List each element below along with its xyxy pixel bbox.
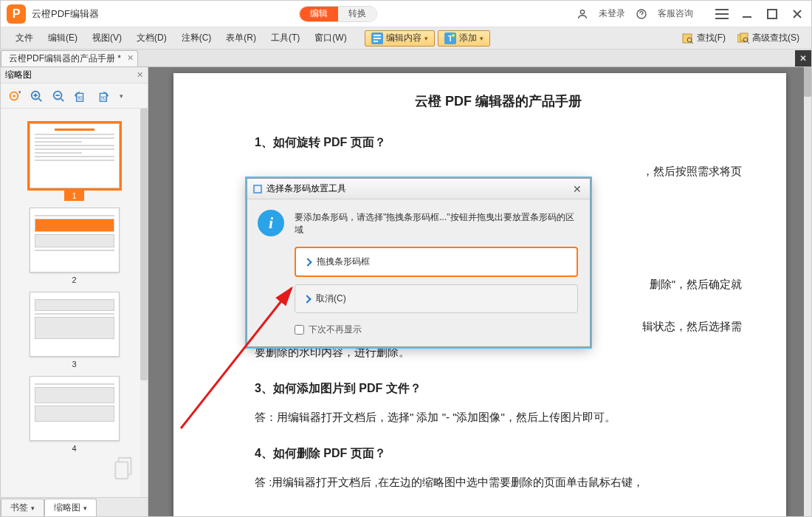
rotate-cw-button[interactable]: 90 [92,86,113,106]
caret-down-icon: ▾ [83,504,87,512]
doc-text: 答：用编辑器打开文档后，选择" 添加 "- "添加图像"，然后上传图片即可。 [255,407,742,427]
doc-text: 答 :用编辑器打开文档后 ,在左边的缩略图中选中需要删除的页面单击鼠标右键， [255,472,742,492]
svg-rect-25 [115,462,128,479]
menu-file[interactable]: 文件 [8,32,41,44]
doc-heading: 1、如何旋转 PDF 页面？ [255,132,742,154]
thumbnail-preview [30,208,120,273]
sidebar-tab-bookmark[interactable]: 书签▾ [1,499,44,516]
thumbnail-label: 2 [64,275,83,285]
add-label: 添加 [459,32,477,44]
svg-text:90: 90 [100,95,106,100]
dont-show-checkbox[interactable] [295,325,304,335]
chevron-right-icon [303,295,311,303]
menu-comment[interactable]: 注释(C) [174,32,219,44]
sidebar-tab-label: 书签 [10,502,28,513]
sidebar-title: 缩略图 [5,69,32,81]
search-icon [682,32,694,44]
document-tab-label: 云橙PDF编辑器的产品手册 * [9,52,121,65]
support-icon [636,8,647,20]
maximize-button[interactable] [764,6,780,22]
caret-down-icon: ▾ [31,504,35,512]
svg-rect-2 [768,10,777,18]
sidebar-tab-thumbnail[interactable]: 缩略图▾ [44,499,97,516]
dialog-titlebar[interactable]: 选择条形码放置工具 ✕ [247,179,590,199]
thumbnail-item[interactable]: 4 [27,376,123,454]
add-button[interactable]: T 添加 ▾ [438,30,490,47]
thumbnail-label: 4 [64,443,83,453]
thumbnail-preview [30,292,120,357]
thumbnail-list: 1 2 3 4 [1,109,148,497]
zoom-out-button[interactable] [48,86,69,106]
svg-rect-5 [374,38,381,39]
titlebar: P 云橙PDF编辑器 编辑 转换 未登录 客服咨询 [1,1,811,27]
dialog-close-button[interactable]: ✕ [571,182,584,196]
search-button[interactable]: 查找(F) [678,30,730,46]
user-icon [577,8,588,20]
search-label: 查找(F) [697,32,726,44]
svg-text:▾: ▾ [18,89,21,95]
app-logo-icon: P [7,4,26,24]
sidebar-more-button[interactable]: ▾ [114,86,128,106]
minimize-button[interactable] [739,6,755,22]
chevron-right-icon [303,258,312,266]
adv-search-icon [737,32,749,44]
sidebar-scrollbar[interactable] [140,109,148,497]
thumbnail-label: 3 [64,359,83,369]
thumbnail-preview [30,123,120,188]
edit-content-icon [371,32,383,44]
sidebar-header: 缩略图 ✕ [1,67,148,83]
copy-pages-icon [112,456,137,484]
dont-show-label: 下次不再显示 [309,323,362,336]
thumbnail-preview [30,376,120,441]
svg-point-0 [580,10,584,13]
info-icon: i [258,210,284,236]
menu-window[interactable]: 窗口(W) [307,32,354,44]
mode-convert-tab[interactable]: 转换 [338,7,376,21]
mode-switch: 编辑 转换 [299,6,377,22]
doc-title: 云橙 PDF 编辑器的产品手册 [255,89,742,113]
tab-close-icon[interactable]: ✕ [127,53,134,63]
add-icon: T [444,32,456,44]
menu-icon[interactable] [714,6,730,22]
svg-rect-13 [740,33,748,41]
menu-document[interactable]: 文档(D) [129,32,174,44]
docview-scrollbar[interactable] [804,67,811,516]
edit-content-button[interactable]: 编辑内容 ▾ [365,30,435,47]
thumbnail-item[interactable]: 3 [27,292,123,370]
drag-barcode-option[interactable]: 拖拽条形码框 [295,247,578,277]
close-button[interactable] [789,6,805,22]
zoom-in-button[interactable] [26,86,47,106]
svg-rect-6 [374,41,378,42]
caret-down-icon: ▾ [480,35,484,42]
caret-down-icon: ▾ [424,35,428,42]
dialog-title: 选择条形码放置工具 [266,182,346,195]
adv-search-button[interactable]: 高级查找(S) [733,30,804,46]
tabs-close-all[interactable]: ✕ [795,50,811,66]
support-link[interactable]: 客服咨询 [658,7,693,20]
menu-form[interactable]: 表单(R) [219,32,264,44]
thumbnail-label: 1 [64,191,83,201]
sidebar-close-icon[interactable]: ✕ [137,70,143,80]
edit-content-label: 编辑内容 [386,32,422,44]
svg-text:90: 90 [78,95,83,100]
option-label: 取消(C) [316,292,346,305]
document-tabs: 云橙PDF编辑器的产品手册 * ✕ ✕ [1,49,811,67]
rotate-ccw-button[interactable]: 90 [70,86,91,106]
mode-edit-tab[interactable]: 编辑 [300,7,338,21]
menu-view[interactable]: 视图(V) [85,32,129,44]
thumb-settings-button[interactable]: ▾ [4,86,24,106]
thumbnail-sidebar: 缩略图 ✕ ▾ 90 90 ▾ 1 2 [1,67,148,516]
thumbnail-item[interactable]: 1 [27,123,123,202]
sidebar-toolbar: ▾ 90 90 ▾ [1,83,148,109]
sidebar-footer-tabs: 书签▾ 缩略图▾ [1,497,148,516]
cancel-option[interactable]: 取消(C) [295,284,578,313]
thumbnail-item[interactable]: 2 [27,208,123,286]
doc-heading: 4、如何删除 PDF 页面？ [255,443,742,465]
svg-rect-4 [374,35,381,36]
app-title: 云橙PDF编辑器 [32,7,99,21]
login-link[interactable]: 未登录 [599,7,625,20]
menu-edit[interactable]: 编辑(E) [41,32,85,44]
menu-tools[interactable]: 工具(T) [264,32,307,44]
document-tab[interactable]: 云橙PDF编辑器的产品手册 * ✕ [1,50,138,66]
barcode-tool-dialog: 选择条形码放置工具 ✕ i 要添加条形码，请选择"拖拽条形码框..."按钮并拖曳… [247,178,591,347]
